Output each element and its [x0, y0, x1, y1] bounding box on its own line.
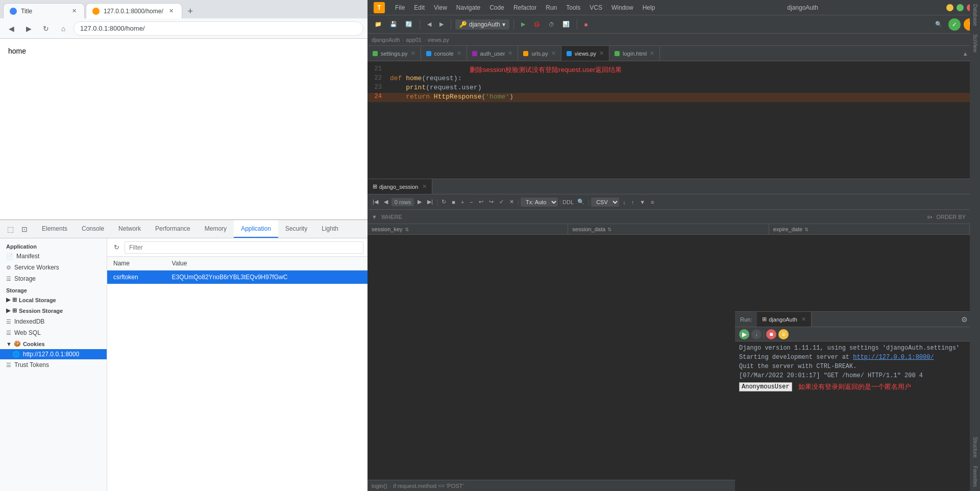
views-tab-close[interactable]: ✕	[599, 50, 604, 57]
breadcrumb-file[interactable]: views.py	[428, 37, 449, 43]
filter-input[interactable]	[125, 241, 363, 254]
col-session-key[interactable]: session_key ⇅	[368, 224, 568, 234]
forward-button[interactable]: ▶	[21, 21, 36, 36]
menu-help[interactable]: Help	[639, 3, 659, 12]
tab-security[interactable]: Security	[278, 220, 314, 238]
address-input[interactable]	[74, 21, 363, 36]
tab-lighthouse[interactable]: Lighth	[314, 220, 346, 238]
db-last-btn[interactable]: ▶|	[425, 198, 435, 206]
urls-tab-close[interactable]: ✕	[551, 50, 556, 57]
sidebar-item-web-sql[interactable]: ☰ Web SQL	[0, 327, 107, 338]
refresh-cookies-button[interactable]: ↻	[111, 242, 121, 253]
db-first-btn[interactable]: |◀	[371, 198, 380, 206]
menu-vcs[interactable]: VCS	[585, 3, 606, 12]
db-export-btn[interactable]: ↓	[621, 198, 628, 206]
side-label-sciview[interactable]: SciView	[971, 30, 979, 56]
editor-tab-views[interactable]: views.py ✕	[561, 46, 609, 61]
tab-console[interactable]: Console	[75, 220, 111, 238]
toolbar-forward-icon[interactable]: ▶	[436, 20, 447, 29]
toolbar-back-icon[interactable]: ◀	[424, 20, 434, 29]
db-search-btn[interactable]: 🔍	[575, 198, 586, 206]
run-stop-btn[interactable]: ■	[766, 329, 776, 339]
db-cancel-btn[interactable]: ✕	[507, 198, 516, 206]
db-add-btn[interactable]: +	[459, 198, 466, 206]
breadcrumb-app[interactable]: app01	[406, 37, 422, 43]
db-prev-btn[interactable]: ◀	[382, 198, 390, 206]
user-avatar[interactable]: ✓	[948, 18, 961, 31]
db-submit-btn[interactable]: ✓	[497, 198, 506, 206]
toolbar-folder-icon[interactable]: 📁	[372, 20, 385, 29]
profile-button[interactable]: ⏱	[546, 20, 557, 29]
menu-view[interactable]: View	[430, 3, 451, 12]
editor-tab-urls[interactable]: urls.py ✕	[518, 46, 561, 61]
browser-tab-2[interactable]: 127.0.0.1:8000/home/ ✕	[86, 3, 182, 18]
db-import-btn[interactable]: ↑	[629, 198, 636, 206]
db-remove-btn[interactable]: −	[468, 198, 475, 206]
sidebar-item-trust-tokens[interactable]: ☰ Trust Tokens	[0, 359, 107, 371]
db-tx-select[interactable]: Tx: Auto	[521, 198, 558, 207]
run-tab-close[interactable]: ✕	[801, 316, 806, 323]
menu-refactor[interactable]: Refactor	[509, 3, 541, 12]
db-tab-close[interactable]: ✕	[422, 183, 427, 190]
console-tab-close[interactable]: ✕	[457, 50, 461, 57]
toolbar-sync-icon[interactable]: 🔄	[402, 20, 415, 29]
login-tab-close[interactable]: ✕	[650, 50, 654, 57]
cookies-localhost-item[interactable]: 🌐 http://127.0.0.1:8000	[0, 349, 107, 359]
run-play-btn[interactable]: ▶	[739, 329, 749, 339]
session-storage-header[interactable]: ▶ ⊞ Session Storage	[0, 305, 107, 316]
new-tab-button[interactable]: +	[183, 4, 198, 18]
menu-tools[interactable]: Tools	[562, 3, 584, 12]
cookies-header[interactable]: ▼ 🍪 Cookies	[0, 338, 107, 349]
table-row[interactable]: csrftoken E3QUmQo82YnoB6rYBL3tEQv9H97fGw…	[107, 271, 368, 284]
maximize-button[interactable]: □	[957, 4, 964, 11]
db-tab-django-session[interactable]: ⊞ django_session ✕	[368, 179, 432, 194]
menu-window[interactable]: Window	[607, 3, 638, 12]
editor-tab-auth-user[interactable]: auth_user ✕	[467, 46, 519, 61]
tab1-close[interactable]: ✕	[70, 7, 78, 15]
sidebar-item-storage[interactable]: ☰ Storage	[0, 273, 107, 284]
search-icon[interactable]: 🔍	[932, 20, 945, 29]
tab-elements[interactable]: Elements	[35, 220, 75, 238]
db-stop-btn[interactable]: ■	[450, 198, 457, 206]
editor-tab-settings[interactable]: settings.py ✕	[368, 46, 421, 61]
run-tab-djangoauth[interactable]: ⊞ djangoAuth ✕	[757, 312, 812, 327]
coverage-button[interactable]: 📊	[559, 20, 573, 29]
tab-memory[interactable]: Memory	[198, 220, 234, 238]
toolbar-save-icon[interactable]: 💾	[387, 20, 400, 29]
tab2-close[interactable]: ✕	[167, 7, 176, 15]
sidebar-item-service-workers[interactable]: ⚙ Service Workers	[0, 262, 107, 273]
browser-tab-1[interactable]: Title ✕	[3, 3, 85, 18]
project-dropdown[interactable]: 🔑 djangoAuth ▾	[455, 19, 509, 30]
db-filter-btn[interactable]: ▼	[638, 198, 647, 206]
auth-user-tab-close[interactable]: ✕	[508, 50, 512, 57]
col-session-data[interactable]: session_data ⇅	[568, 224, 769, 234]
side-label-database[interactable]: Database	[971, 0, 979, 30]
menu-navigate[interactable]: Navigate	[452, 3, 484, 12]
inspect-icon[interactable]: ⬚	[4, 223, 16, 235]
tab-application[interactable]: Application	[234, 220, 278, 238]
col-expire-date[interactable]: expire_date ⇅	[769, 224, 970, 234]
minimize-button[interactable]: –	[946, 4, 953, 11]
db-redo-btn[interactable]: ↪	[487, 198, 496, 206]
run-repeat-btn[interactable]: ≡	[778, 329, 789, 339]
back-button[interactable]: ◀	[4, 21, 18, 36]
debug-button[interactable]: 🐞	[530, 20, 544, 29]
sidebar-item-indexeddb[interactable]: ☰ IndexedDB	[0, 316, 107, 327]
run-down-btn[interactable]: ↓	[751, 329, 762, 339]
tab-performance[interactable]: Performance	[148, 220, 198, 238]
local-storage-header[interactable]: ▶ ⊞ Local Storage	[0, 294, 107, 305]
sidebar-item-manifest[interactable]: 📄 Manifest	[0, 251, 107, 262]
breadcrumb-project[interactable]: djangoAuth	[372, 37, 400, 43]
server-url-link[interactable]: http://127.0.0.1:8000/	[853, 354, 934, 361]
tab-network[interactable]: Network	[111, 220, 148, 238]
db-next-btn[interactable]: ▶	[415, 198, 424, 206]
settings-tab-close[interactable]: ✕	[411, 50, 415, 57]
db-reload-btn[interactable]: ↻	[439, 198, 448, 206]
home-button[interactable]: ⌂	[56, 21, 70, 36]
stop-button[interactable]: ■	[581, 20, 591, 29]
run-settings-btn[interactable]: ⚙	[961, 315, 968, 324]
db-export-select[interactable]: CSV	[591, 198, 619, 207]
side-label-structure[interactable]: Structure	[971, 433, 979, 462]
menu-code[interactable]: Code	[485, 3, 508, 12]
device-icon[interactable]: ⊡	[18, 223, 31, 235]
